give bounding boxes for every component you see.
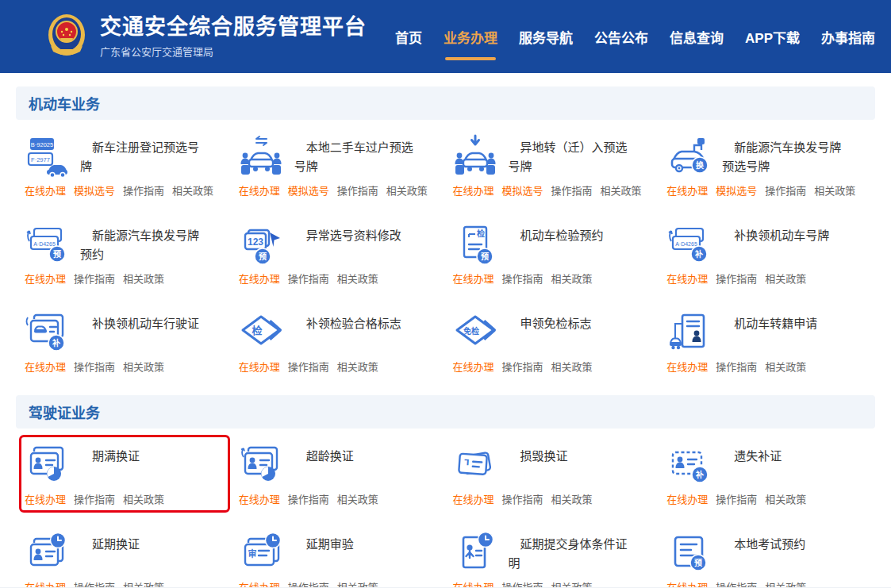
service-card-inspection-mark-reissue: 检 补领检验合格标志 在线办理操作指南相关政策 bbox=[233, 302, 444, 380]
svg-text:检: 检 bbox=[252, 325, 262, 336]
service-link-operation-guide[interactable]: 操作指南 bbox=[288, 271, 329, 286]
service-link-online-apply[interactable]: 在线办理 bbox=[239, 359, 280, 374]
service-link-operation-guide[interactable]: 操作指南 bbox=[551, 183, 593, 198]
service-link-related-policy[interactable]: 相关政策 bbox=[337, 491, 378, 506]
nav-item-business[interactable]: 业务办理 bbox=[444, 27, 497, 47]
service-link-related-policy[interactable]: 相关政策 bbox=[551, 579, 593, 588]
inspection-exemption-mark-icon: 免检 bbox=[453, 309, 499, 355]
service-title: 遗失补证 bbox=[722, 442, 841, 466]
service-link-related-policy[interactable]: 相关政策 bbox=[123, 491, 164, 506]
service-link-online-apply[interactable]: 在线办理 bbox=[239, 579, 280, 588]
service-link-operation-guide[interactable]: 操作指南 bbox=[74, 359, 115, 374]
service-link-simulate-number[interactable]: 模拟选号 bbox=[288, 183, 329, 198]
service-links: 在线办理操作指南相关政策 bbox=[239, 491, 439, 506]
nav-item-app-download[interactable]: APP下载 bbox=[745, 27, 800, 47]
service-link-online-apply[interactable]: 在线办理 bbox=[666, 183, 708, 198]
app-header: 交通安全综合服务管理平台 广东省公安厅交通管理局 首页业务办理服务导航公告公布信… bbox=[0, 0, 891, 73]
service-links: 在线办理操作指南相关政策 bbox=[239, 579, 439, 588]
section-header-bar: 机动车业务 bbox=[16, 86, 875, 120]
service-link-online-apply[interactable]: 在线办理 bbox=[453, 491, 494, 506]
service-link-online-apply[interactable]: 在线办理 bbox=[239, 491, 280, 506]
service-link-related-policy[interactable]: 相关政策 bbox=[765, 491, 806, 506]
service-link-operation-guide[interactable]: 操作指南 bbox=[288, 359, 329, 374]
service-title: 补换领机动车行驶证 bbox=[80, 309, 199, 333]
service-title: 补领检验合格标志 bbox=[294, 309, 413, 333]
service-link-online-apply[interactable]: 在线办理 bbox=[666, 491, 708, 506]
service-link-related-policy[interactable]: 相关政策 bbox=[386, 183, 428, 198]
service-link-related-policy[interactable]: 相关政策 bbox=[123, 579, 164, 588]
nav-item-label: 公告公布 bbox=[594, 31, 648, 46]
service-link-operation-guide[interactable]: 操作指南 bbox=[74, 271, 115, 286]
service-card-deferred-renewal: 延期换证 在线办理操作指南相关政策 bbox=[19, 523, 230, 588]
service-link-simulate-number[interactable]: 模拟选号 bbox=[502, 183, 543, 198]
service-link-operation-guide[interactable]: 操作指南 bbox=[502, 271, 543, 286]
service-link-operation-guide[interactable]: 操作指南 bbox=[288, 579, 329, 588]
service-link-online-apply[interactable]: 在线办理 bbox=[25, 271, 66, 286]
service-link-related-policy[interactable]: 相关政策 bbox=[337, 271, 378, 286]
service-link-related-policy[interactable]: 相关政策 bbox=[551, 271, 593, 286]
nav-item-service-nav[interactable]: 服务导航 bbox=[519, 27, 573, 47]
service-link-operation-guide[interactable]: 操作指南 bbox=[716, 491, 757, 506]
service-card-abnormal-selection-data-fix: 123预 异常选号资料修改 在线办理操作指南相关政策 bbox=[233, 214, 444, 292]
service-link-online-apply[interactable]: 在线办理 bbox=[453, 271, 494, 286]
service-link-online-apply[interactable]: 在线办理 bbox=[453, 183, 494, 198]
service-link-operation-guide[interactable]: 操作指南 bbox=[74, 579, 115, 588]
service-link-online-apply[interactable]: 在线办理 bbox=[453, 359, 494, 374]
service-link-online-apply[interactable]: 在线办理 bbox=[666, 579, 708, 588]
service-link-online-apply[interactable]: 在线办理 bbox=[239, 271, 280, 286]
svg-text:B·92025: B·92025 bbox=[31, 141, 53, 148]
service-link-related-policy[interactable]: 相关政策 bbox=[123, 359, 164, 374]
service-link-related-policy[interactable]: 相关政策 bbox=[765, 579, 806, 588]
service-links: 在线办理操作指南相关政策 bbox=[25, 491, 225, 506]
deferred-renewal-icon bbox=[25, 530, 71, 576]
service-link-online-apply[interactable]: 在线办理 bbox=[25, 359, 66, 374]
service-link-related-policy[interactable]: 相关政策 bbox=[123, 271, 164, 286]
service-title: 本地考试预约 bbox=[722, 530, 841, 554]
service-link-related-policy[interactable]: 相关政策 bbox=[551, 491, 593, 506]
service-title: 新车注册登记预选号牌 bbox=[80, 133, 199, 176]
service-link-operation-guide[interactable]: 操作指南 bbox=[337, 183, 378, 198]
service-link-online-apply[interactable]: 在线办理 bbox=[25, 579, 66, 588]
deferred-medical-certificate-icon bbox=[453, 530, 499, 576]
service-card-deferred-medical-certificate: 延期提交身体条件证明 在线办理操作指南相关政策 bbox=[447, 523, 659, 588]
service-link-operation-guide[interactable]: 操作指南 bbox=[123, 183, 164, 198]
nav-item-info-query[interactable]: 信息查询 bbox=[670, 27, 724, 47]
service-link-related-policy[interactable]: 相关政策 bbox=[337, 359, 378, 374]
service-link-simulate-number[interactable]: 模拟选号 bbox=[74, 183, 115, 198]
nav-item-announcements[interactable]: 公告公布 bbox=[594, 27, 648, 47]
service-title: 损毁换证 bbox=[509, 442, 628, 466]
service-link-operation-guide[interactable]: 操作指南 bbox=[288, 491, 329, 506]
vehicle-registry-transfer-icon bbox=[666, 309, 712, 355]
nonlocal-transfer-preselect-icon bbox=[453, 133, 499, 179]
service-link-online-apply[interactable]: 在线办理 bbox=[25, 183, 66, 198]
service-links: 在线办理模拟选号操作指南相关政策 bbox=[25, 183, 225, 198]
service-link-operation-guide[interactable]: 操作指南 bbox=[502, 359, 543, 374]
service-link-operation-guide[interactable]: 操作指南 bbox=[502, 491, 543, 506]
service-link-online-apply[interactable]: 在线办理 bbox=[666, 271, 708, 286]
nav-item-label: 业务办理 bbox=[444, 31, 497, 46]
svg-text:预: 预 bbox=[53, 250, 61, 259]
service-title: 新能源汽车换发号牌预约 bbox=[80, 221, 199, 264]
service-link-related-policy[interactable]: 相关政策 bbox=[172, 183, 213, 198]
service-link-online-apply[interactable]: 在线办理 bbox=[239, 183, 280, 198]
ev-plate-swap-preselect-icon: 换 bbox=[666, 133, 712, 179]
license-overage-renewal-icon bbox=[239, 442, 285, 488]
service-link-operation-guide[interactable]: 操作指南 bbox=[716, 359, 757, 374]
service-link-online-apply[interactable]: 在线办理 bbox=[25, 491, 66, 506]
nav-item-home[interactable]: 首页 bbox=[395, 27, 422, 47]
service-link-operation-guide[interactable]: 操作指南 bbox=[74, 491, 115, 506]
service-link-related-policy[interactable]: 相关政策 bbox=[337, 579, 378, 588]
service-link-operation-guide[interactable]: 操作指南 bbox=[502, 579, 543, 588]
service-link-online-apply[interactable]: 在线办理 bbox=[453, 579, 494, 588]
nav-item-guide[interactable]: 办事指南 bbox=[821, 27, 875, 47]
service-link-operation-guide[interactable]: 操作指南 bbox=[716, 271, 757, 286]
service-link-related-policy[interactable]: 相关政策 bbox=[814, 183, 855, 198]
service-link-operation-guide[interactable]: 操作指南 bbox=[765, 183, 806, 198]
service-link-related-policy[interactable]: 相关政策 bbox=[765, 359, 806, 374]
service-link-operation-guide[interactable]: 操作指南 bbox=[716, 579, 757, 588]
service-link-related-policy[interactable]: 相关政策 bbox=[765, 271, 806, 286]
service-link-related-policy[interactable]: 相关政策 bbox=[551, 359, 593, 374]
service-link-simulate-number[interactable]: 模拟选号 bbox=[716, 183, 757, 198]
service-link-related-policy[interactable]: 相关政策 bbox=[601, 183, 642, 198]
service-link-online-apply[interactable]: 在线办理 bbox=[666, 359, 708, 374]
